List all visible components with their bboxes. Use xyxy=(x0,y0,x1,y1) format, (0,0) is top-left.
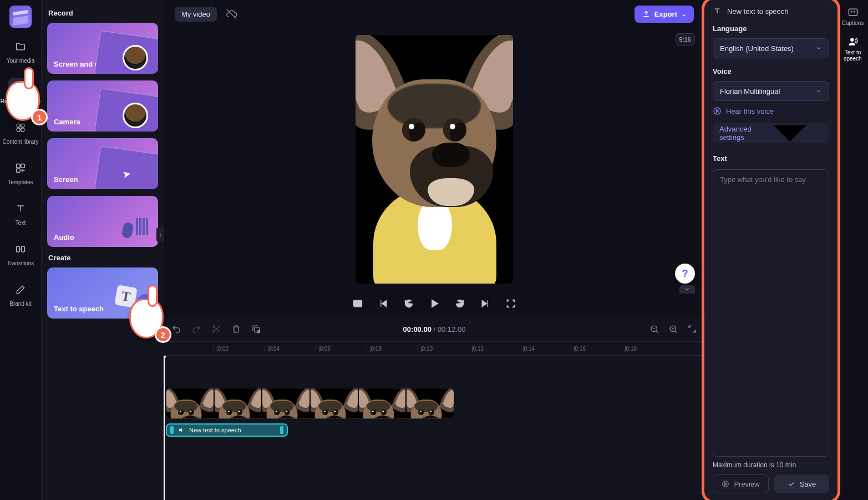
folder-icon xyxy=(8,38,33,55)
check-icon xyxy=(788,480,795,488)
duplicate-button[interactable] xyxy=(250,323,262,335)
preview-button[interactable]: Preview xyxy=(713,474,769,493)
nav-label: Brand kit xyxy=(9,301,31,307)
play-circle-icon xyxy=(713,107,722,115)
zoom-out-button[interactable] xyxy=(648,323,661,335)
tts-text-input[interactable] xyxy=(713,169,829,457)
app-logo xyxy=(9,6,32,28)
voice-label: Voice xyxy=(705,64,837,79)
captions-icon xyxy=(847,7,859,18)
svg-point-13 xyxy=(213,326,215,328)
video-preview[interactable] xyxy=(356,35,513,284)
fullscreen-button[interactable] xyxy=(505,298,516,309)
ruler-tick: |0:04 xyxy=(265,342,280,355)
card-label: Text to speech xyxy=(47,299,110,319)
time-total: 00:12.00 xyxy=(438,325,466,334)
person-avatar-icon xyxy=(123,45,148,70)
card-label: Camera xyxy=(47,112,87,132)
voice-select[interactable]: Florian Multilingual xyxy=(713,81,829,101)
clip-handle-right[interactable] xyxy=(280,426,283,434)
split-button[interactable] xyxy=(210,323,222,335)
card-screen-and-camera[interactable]: Screen and camera xyxy=(47,23,158,74)
microphone-icon xyxy=(119,213,147,240)
nav-transitions[interactable]: Transitions xyxy=(0,236,41,271)
video-clip[interactable] xyxy=(166,388,454,419)
video-camera-icon xyxy=(8,78,33,96)
nav-text[interactable]: Text xyxy=(0,195,41,230)
ruler-tick: |0:12 xyxy=(469,342,484,355)
toggle-timeline-button[interactable] xyxy=(679,285,695,294)
svg-point-20 xyxy=(723,481,729,487)
forward-5-button[interactable]: 5 xyxy=(454,298,465,309)
nav-label: Record & create xyxy=(1,98,40,104)
svg-point-22 xyxy=(850,38,853,41)
rewind-5-button[interactable]: 5 xyxy=(403,298,414,309)
skip-end-button[interactable] xyxy=(480,298,491,309)
panel-header: New text to speech xyxy=(705,7,837,21)
clip-handle-left[interactable] xyxy=(170,426,174,434)
brand-kit-icon xyxy=(8,281,33,299)
card-audio[interactable]: Audio xyxy=(47,196,158,247)
library-icon xyxy=(8,119,33,137)
nav-label: Templates xyxy=(8,179,33,185)
timeline-tracks[interactable]: New text to speech xyxy=(164,356,705,500)
voice-value: Florian Multilingual xyxy=(720,87,780,95)
save-button[interactable]: Save xyxy=(774,474,829,493)
safe-zones-toggle[interactable] xyxy=(352,298,363,309)
delete-button[interactable] xyxy=(230,323,242,335)
export-button[interactable]: Export ⌄ xyxy=(634,6,694,23)
text-to-speech-tab[interactable]: Text to speech xyxy=(837,36,868,62)
svg-rect-0 xyxy=(17,85,22,89)
cloud-sync-off-icon[interactable] xyxy=(225,7,238,21)
tts-person-icon xyxy=(847,36,859,47)
language-select[interactable]: English (United States) xyxy=(713,38,829,58)
zoom-in-button[interactable] xyxy=(667,323,679,335)
play-button[interactable] xyxy=(429,298,440,309)
playhead[interactable] xyxy=(164,356,165,500)
advanced-label: Advanced settings xyxy=(719,125,757,142)
tts-clip[interactable]: New text to speech xyxy=(166,423,288,437)
nav-brand-kit[interactable]: Brand kit xyxy=(0,276,41,311)
svg-rect-9 xyxy=(22,246,25,252)
fit-timeline-button[interactable] xyxy=(686,323,698,335)
nav-label: Content library xyxy=(2,139,38,145)
card-screen[interactable]: Screen ➤ xyxy=(47,138,158,189)
nav-content-library[interactable]: Content library xyxy=(0,114,41,149)
ruler-tick: |0:10 xyxy=(418,342,433,355)
section-title-create: Create xyxy=(48,254,157,262)
collapse-panel-button[interactable]: ‹ xyxy=(156,228,164,242)
svg-rect-2 xyxy=(21,124,24,127)
skip-start-button[interactable] xyxy=(378,298,389,309)
redo-button[interactable] xyxy=(190,323,202,335)
record-create-panel: Record Screen and camera Camera Screen ➤… xyxy=(42,0,164,500)
timeline: 00:00.00 / 00:12.00 |0:02|0:04|0:06|0:08… xyxy=(164,317,705,500)
advanced-settings-toggle[interactable]: Advanced settings xyxy=(713,123,829,143)
top-bar: My video Export ⌄ xyxy=(164,0,705,28)
max-duration-note: Maximum duration is 10 min xyxy=(705,457,837,474)
svg-rect-6 xyxy=(21,164,25,168)
timeline-ruler[interactable]: |0:02|0:04|0:06|0:08|0:10|0:12|0:14|0:16… xyxy=(164,341,705,356)
workspace: My video Export ⌄ 9:16 ? 5 5 xyxy=(164,0,705,500)
captions-tab[interactable]: Captions xyxy=(842,7,864,26)
card-text-to-speech[interactable]: Text to speech xyxy=(47,267,158,319)
upload-icon xyxy=(642,10,650,18)
nav-record-create[interactable]: Record & create xyxy=(0,74,41,109)
chevron-down-icon xyxy=(815,88,822,94)
project-name-input[interactable]: My video xyxy=(175,7,217,22)
tts-label: Text to speech xyxy=(837,49,868,62)
nav-your-media[interactable]: Your media xyxy=(0,33,41,68)
nav-label: Transitions xyxy=(7,260,34,266)
undo-button[interactable] xyxy=(170,323,182,335)
ruler-tick: |0:06 xyxy=(316,342,331,355)
aspect-ratio-selector[interactable]: 9:16 xyxy=(676,33,695,46)
ruler-tick: |0:16 xyxy=(571,342,586,355)
nav-templates[interactable]: Templates xyxy=(0,155,41,190)
ruler-tick: |0:18 xyxy=(622,342,637,355)
clip-label: New text to speech xyxy=(189,427,241,433)
playback-controls: 5 5 xyxy=(164,290,705,317)
card-camera[interactable]: Camera xyxy=(47,80,158,132)
help-button[interactable]: ? xyxy=(675,264,695,284)
time-current: 00:00.00 xyxy=(403,325,432,334)
preview-label: Preview xyxy=(734,480,759,488)
svg-rect-4 xyxy=(21,128,24,132)
